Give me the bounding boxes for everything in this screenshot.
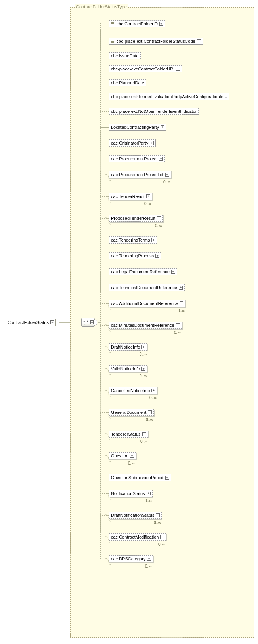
plus-icon[interactable]: + <box>148 410 152 414</box>
root-element-label: ContractFolderStatus <box>8 320 49 325</box>
plus-icon[interactable]: + <box>180 301 183 305</box>
occurrence-label: 0..∞ <box>140 374 147 378</box>
occurrence-label: 0..∞ <box>174 330 181 335</box>
connector-line <box>100 127 109 128</box>
occurrence-label: 0..∞ <box>128 461 135 465</box>
schema-node-box[interactable]: GeneralDocument+ <box>109 409 154 416</box>
type-name-label: ContractFolderStatusType <box>75 4 128 9</box>
node-label: cbc:IssueDate <box>111 53 139 58</box>
plus-icon[interactable]: + <box>155 254 159 258</box>
plus-icon[interactable]: + <box>159 157 163 161</box>
plus-icon[interactable]: + <box>150 141 154 145</box>
plus-icon[interactable]: + <box>161 125 164 129</box>
schema-node-box[interactable]: DraftNoticeInfo+ <box>109 343 147 351</box>
occurrence-label: 0..∞ <box>163 180 170 184</box>
schema-node-box[interactable]: cbc:IssueDate <box>109 52 141 59</box>
schema-node-box[interactable]: cac:LegalDocumentReference+ <box>109 268 177 275</box>
plus-icon[interactable]: + <box>141 345 145 349</box>
node-label: NotificationStatus <box>111 491 145 496</box>
node-label: cbc:ContractFolderID <box>117 21 158 26</box>
multi-connector-icon <box>105 558 111 565</box>
schema-node-box[interactable]: cac:MinutesDocumentReference+ <box>109 322 182 329</box>
schema-node-box[interactable]: cac:DPSCategory+ <box>109 555 153 562</box>
plus-icon[interactable]: + <box>130 454 134 458</box>
schema-node-box[interactable]: cac:TenderingProcess+ <box>109 252 161 259</box>
schema-node-box[interactable]: cac:ContractModification+ <box>109 533 166 541</box>
schema-node-box[interactable]: Question+ <box>109 452 136 459</box>
occurrence-label: 0..∞ <box>149 396 157 400</box>
schema-node: cac:ProcurementProject+ <box>109 155 165 162</box>
plus-icon[interactable]: + <box>179 286 183 290</box>
node-label: cac:ContractModification <box>111 535 159 539</box>
occurrence-label: 0..∞ <box>158 542 165 547</box>
plus-icon[interactable]: + <box>151 238 155 242</box>
schema-node-box[interactable]: cbc:ContractFolderID+ <box>109 20 165 27</box>
schema-node-box[interactable]: cbc-place-ext:TenderEvaluationPartyActiv… <box>109 93 229 100</box>
schema-node: DraftNoticeInfo+ <box>109 343 147 351</box>
schema-node-box[interactable]: cac:AdditionalDocumentReference+ <box>109 300 185 307</box>
node-label: cbc:PlannedDate <box>111 80 144 85</box>
schema-node-box[interactable]: ValidNoticeInfo+ <box>109 365 147 372</box>
plus-icon[interactable]: + <box>160 535 164 539</box>
plus-icon[interactable]: + <box>141 367 145 371</box>
root-element-box: ContractFolderStatus − <box>6 319 56 326</box>
sequence-compositor: ● ● ● − <box>81 318 95 327</box>
plus-icon[interactable]: + <box>146 194 150 198</box>
schema-node-box[interactable]: QuestionSubmissionPeriod+ <box>109 474 171 481</box>
node-label: cac:TenderResult <box>111 194 145 199</box>
plus-icon[interactable]: + <box>176 67 180 71</box>
connector-line <box>100 478 109 478</box>
plus-icon[interactable]: + <box>165 476 169 480</box>
occurrence-label: 0..∞ <box>154 520 161 525</box>
schema-node: GeneralDocument+ <box>109 409 154 416</box>
schema-node: cac:ContractModification+ <box>109 533 166 541</box>
schema-node-box[interactable]: LocatedContractingParty+ <box>109 124 166 131</box>
plus-icon[interactable]: + <box>151 389 155 392</box>
schema-node: cbc:PlannedDate <box>109 79 146 86</box>
attribute-bars-icon <box>111 40 114 43</box>
schema-node-box[interactable]: cbc:PlannedDate <box>109 79 146 86</box>
schema-node-box[interactable]: cac:TenderingTerms+ <box>109 236 157 244</box>
schema-node-box[interactable]: cac:ProcurementProjectLot+ <box>109 171 171 178</box>
multi-connector-icon <box>105 434 111 440</box>
schema-node: cac:TechnicalDocumentReference+ <box>109 284 185 291</box>
schema-node-box[interactable]: cac:TenderResult+ <box>109 193 152 200</box>
multi-connector-icon <box>105 515 111 521</box>
schema-node-box[interactable]: NotificationStatus+ <box>109 490 153 497</box>
plus-icon[interactable]: + <box>171 270 175 274</box>
schema-node-box[interactable]: CancelledNoticeInfo+ <box>109 387 157 394</box>
compositor-hitch-icon <box>94 320 97 325</box>
occurrence-label: 0..∞ <box>155 223 162 228</box>
plus-icon[interactable]: + <box>197 39 201 43</box>
connector-line <box>100 111 109 112</box>
schema-node: cbc:IssueDate <box>109 52 141 59</box>
schema-node-box[interactable]: cbc-place-ext:NotOpenTenderEventIndicato… <box>109 108 199 115</box>
plus-icon[interactable]: + <box>142 432 146 436</box>
schema-node-box[interactable]: ProposedTenderResult+ <box>109 215 163 222</box>
schema-node-box[interactable]: cac:TechnicalDocumentReference+ <box>109 284 185 291</box>
schema-node-box[interactable]: cbc-place-ext:ContractFolderStatusCode+ <box>109 38 203 45</box>
multi-connector-icon <box>105 412 111 418</box>
node-label: DraftNotificationStatus <box>111 513 154 518</box>
schema-node-box[interactable]: TendererStatus+ <box>109 431 148 438</box>
plus-icon[interactable]: + <box>159 22 163 26</box>
plus-icon[interactable]: + <box>157 216 161 220</box>
minus-icon[interactable]: − <box>50 320 54 324</box>
schema-node: cac:DPSCategory+ <box>109 555 153 562</box>
schema-node-box[interactable]: cac:ProcurementProject+ <box>109 155 165 162</box>
schema-node-box[interactable]: cac:OriginatorParty+ <box>109 139 156 147</box>
occurrence-label: 0..∞ <box>140 352 147 356</box>
minus-icon[interactable]: − <box>90 320 94 324</box>
connector-line <box>100 40 109 40</box>
schema-node-box[interactable]: DraftNotificationStatus+ <box>109 512 162 519</box>
plus-icon[interactable]: + <box>176 323 180 327</box>
node-label: cac:AdditionalDocumentReference <box>111 301 178 306</box>
plus-icon[interactable]: + <box>147 492 151 495</box>
plus-icon[interactable]: + <box>147 557 151 561</box>
connector-line <box>98 322 100 323</box>
node-label: cac:TenderingProcess <box>111 253 154 258</box>
plus-icon[interactable]: + <box>165 173 169 177</box>
plus-icon[interactable]: + <box>156 513 160 517</box>
multi-connector-icon <box>105 455 111 462</box>
schema-node-box[interactable]: cbc-place-ext:ContractFolderURI+ <box>109 65 182 72</box>
